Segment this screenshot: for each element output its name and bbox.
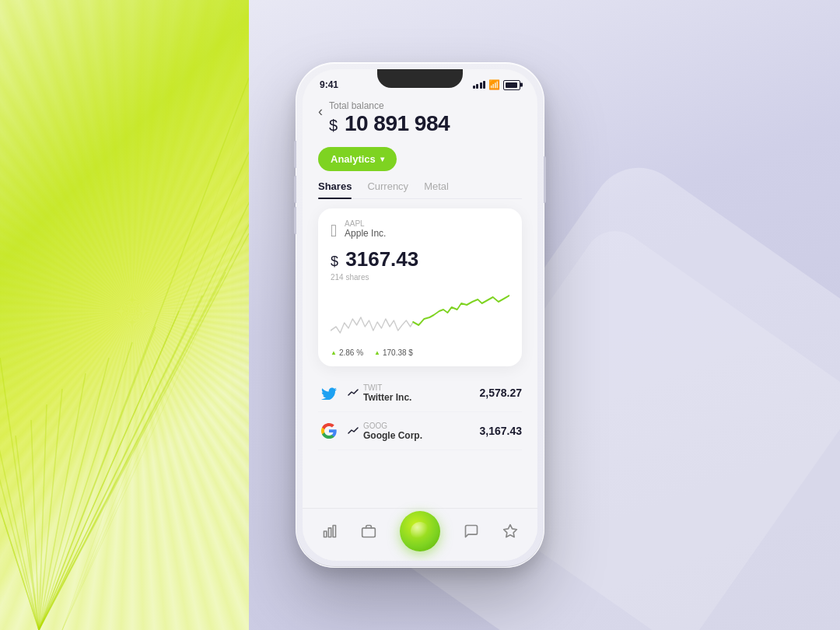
svg-line-22 [62, 93, 249, 630]
tab-currency[interactable]: Currency [367, 180, 408, 198]
wifi-icon: 📶 [488, 79, 500, 90]
stat-val-value: 170.38 $ [383, 348, 413, 357]
card-company-info: AAPL Apple Inc. [345, 219, 386, 239]
phone-screen: 9:41 📶 ‹ Total ba [303, 69, 537, 561]
analytics-button-label: Analytics [331, 153, 376, 165]
stat-pct-value: 2.86 % [339, 348, 363, 357]
balance-section: Total balance $ 10 891 984 [329, 100, 522, 136]
analytics-button[interactable]: Analytics ▾ [318, 147, 397, 171]
svg-line-18 [0, 412, 39, 630]
svg-rect-26 [328, 527, 331, 537]
balance-amount: $ 10 891 984 [329, 111, 522, 136]
stat-val-change: ▲ 170.38 $ [374, 348, 413, 357]
featured-stock-card[interactable]:  AAPL Apple Inc. $ 3167.43 214 shares [318, 208, 522, 366]
twitter-name: Twitter Inc. [363, 392, 480, 403]
svg-line-21 [62, 39, 249, 630]
balance-label: Total balance [329, 100, 522, 111]
apple-logo-icon:  [331, 221, 337, 241]
svg-line-5 [39, 272, 226, 630]
card-price-value: 3167.43 [345, 247, 418, 271]
google-stock-info: GOOG Google Corp. [363, 422, 480, 441]
twitter-ticker: TWIT [363, 383, 480, 392]
bottom-navigation [303, 508, 537, 561]
asset-tabs: Shares Currency Metal [318, 180, 522, 199]
signal-icon [473, 81, 486, 89]
star-icon [502, 523, 518, 539]
card-price: $ 3167.43 [331, 247, 509, 271]
google-trend-icon [348, 425, 359, 436]
google-logo-icon [318, 420, 340, 442]
header-section: ‹ Total balance $ 10 891 984 [318, 94, 522, 136]
twitter-logo-icon [318, 382, 340, 404]
status-time: 9:41 [320, 79, 338, 90]
briefcase-icon [361, 523, 376, 539]
twitter-price: 2,578.27 [480, 387, 523, 399]
stock-chart [331, 288, 509, 342]
svg-rect-25 [324, 531, 327, 537]
battery-icon [503, 80, 520, 90]
stock-list-item-google[interactable]: GOOG Google Corp. 3,167.43 [318, 412, 522, 450]
messages-nav-item[interactable] [464, 523, 479, 539]
svg-line-23 [62, 140, 249, 630]
favorites-nav-item[interactable] [502, 523, 518, 539]
card-shares: 214 shares [331, 273, 509, 282]
google-name: Google Corp. [363, 430, 480, 441]
card-stats: ▲ 2.86 % ▲ 170.38 $ [331, 348, 509, 357]
card-company-name: Apple Inc. [345, 228, 386, 239]
svg-rect-27 [333, 525, 335, 537]
back-button[interactable]: ‹ [318, 103, 323, 120]
card-currency: $ [331, 254, 338, 269]
analytics-nav-item[interactable] [322, 523, 338, 539]
card-ticker: AAPL [345, 219, 386, 228]
portfolio-nav-item[interactable] [361, 523, 376, 539]
google-ticker: GOOG [363, 422, 480, 430]
svg-line-8 [39, 327, 156, 630]
google-price: 3,167.43 [480, 425, 523, 437]
tab-shares[interactable]: Shares [318, 180, 352, 198]
svg-line-24 [62, 187, 249, 630]
home-nav-item[interactable] [400, 511, 440, 551]
chevron-down-icon: ▾ [380, 155, 384, 163]
status-icons: 📶 [473, 79, 521, 90]
arrow-up-icon-2: ▲ [374, 349, 380, 356]
message-icon [464, 523, 479, 539]
svg-marker-29 [504, 524, 517, 537]
card-header:  AAPL Apple Inc. [331, 219, 509, 241]
arrow-up-icon: ▲ [331, 349, 337, 356]
background-left [0, 0, 249, 630]
phone-frame: 9:41 📶 ‹ Total ba [296, 62, 544, 568]
svg-line-20 [0, 358, 39, 630]
tab-metal[interactable]: Metal [424, 180, 449, 198]
stock-list-item-twitter[interactable]: TWIT Twitter Inc. 2,578.27 [318, 374, 522, 412]
balance-value: 10 891 984 [345, 111, 450, 135]
twitter-stock-info: TWIT Twitter Inc. [363, 383, 480, 403]
screen-content: ‹ Total balance $ 10 891 984 Analytics ▾… [303, 94, 537, 561]
stat-pct-change: ▲ 2.86 % [331, 348, 363, 357]
svg-rect-28 [362, 527, 376, 537]
phone-notch [377, 69, 463, 88]
twitter-trend-icon [348, 387, 359, 398]
currency-symbol: $ [329, 117, 338, 134]
chart-bar-icon [322, 523, 338, 539]
